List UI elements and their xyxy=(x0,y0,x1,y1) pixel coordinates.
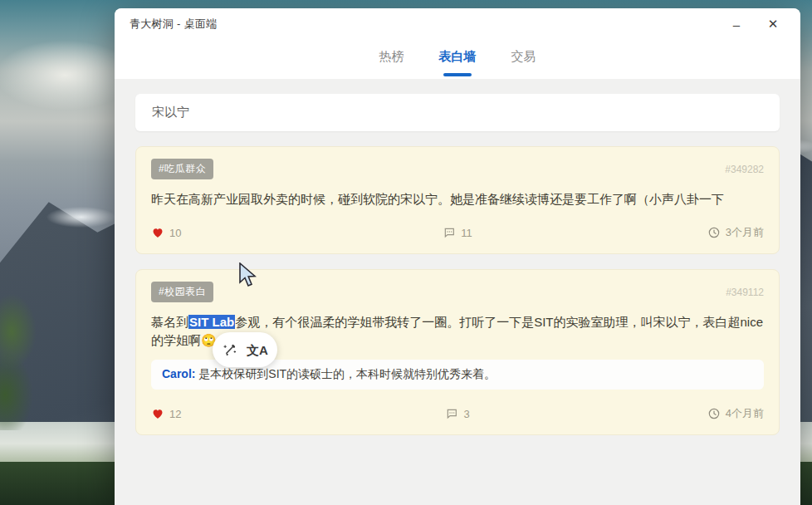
like-group[interactable]: 10 xyxy=(151,226,355,239)
post-card[interactable]: #吃瓜群众 #349282 昨天在高新产业园取外卖的时候，碰到软院的宋以宁。她是… xyxy=(135,146,780,254)
like-count: 12 xyxy=(169,408,181,420)
clock-icon xyxy=(707,226,721,239)
post-tag-badge[interactable]: #校园表白 xyxy=(151,282,213,302)
post-body: 昨天在高新产业园取外卖的时候，碰到软院的宋以宁。她是准备继续读博还是要工作了啊（… xyxy=(151,190,764,208)
post-tag-badge[interactable]: #吃瓜群众 xyxy=(151,159,213,179)
titlebar[interactable]: 青大树洞 - 桌面端 – ✕ xyxy=(115,8,800,40)
window-controls: – ✕ xyxy=(724,13,785,35)
post-id: #349282 xyxy=(725,164,764,175)
comment-bubble-icon[interactable] xyxy=(443,226,456,239)
selected-text[interactable]: SIT Lab xyxy=(188,315,235,329)
heart-icon[interactable] xyxy=(151,226,164,239)
tab-confession-wall[interactable]: 表白墙 xyxy=(436,47,480,66)
post-body-before: 慕名到 xyxy=(151,315,188,329)
post-time: 3个月前 xyxy=(726,225,764,240)
close-button[interactable]: ✕ xyxy=(761,13,785,35)
like-group[interactable]: 12 xyxy=(151,407,355,420)
comment-text: 是本校保研到SIT的读硕士的，本科时候就特别优秀来着。 xyxy=(195,367,496,380)
time-group: 3个月前 xyxy=(560,225,764,240)
post-footer: 10 11 3个月前 xyxy=(151,225,764,240)
comment-group[interactable]: 11 xyxy=(355,226,560,239)
search-input[interactable] xyxy=(135,94,780,131)
active-tab-underline xyxy=(443,73,472,76)
translate-icon[interactable]: 文A xyxy=(247,344,268,356)
app-window: 青大树洞 - 桌面端 – ✕ 热榜 表白墙 交易 #吃瓜群众 #349282 昨… xyxy=(115,8,800,505)
minimize-button[interactable]: – xyxy=(724,13,749,35)
post-footer: 12 3 4个月前 xyxy=(151,406,764,421)
main-content: #吃瓜群众 #349282 昨天在高新产业园取外卖的时候，碰到软院的宋以宁。她是… xyxy=(115,79,800,435)
wallpaper-tree-branch xyxy=(0,289,51,430)
time-group: 4个月前 xyxy=(560,406,764,421)
comment-bubble-icon[interactable] xyxy=(445,407,458,420)
heart-icon[interactable] xyxy=(151,407,164,420)
comment-author: Carol: xyxy=(162,367,195,380)
tab-hot-list[interactable]: 热榜 xyxy=(376,47,408,66)
text-selection-popup: 文A xyxy=(213,332,277,367)
post-time: 4个月前 xyxy=(726,406,764,421)
clock-icon xyxy=(707,407,721,420)
ai-rewrite-wand-icon[interactable] xyxy=(222,341,238,358)
post-header: #吃瓜群众 #349282 xyxy=(151,159,764,179)
tab-bar: 热榜 表白墙 交易 xyxy=(115,40,800,79)
comment-group[interactable]: 3 xyxy=(355,407,560,420)
comment-count: 11 xyxy=(461,227,472,239)
post-id: #349112 xyxy=(726,287,764,298)
like-count: 10 xyxy=(169,227,181,239)
window-title: 青大树洞 - 桌面端 xyxy=(130,17,218,32)
comment-count: 3 xyxy=(463,408,469,420)
tab-trade[interactable]: 交易 xyxy=(508,47,540,66)
post-header: #校园表白 #349112 xyxy=(151,282,764,302)
